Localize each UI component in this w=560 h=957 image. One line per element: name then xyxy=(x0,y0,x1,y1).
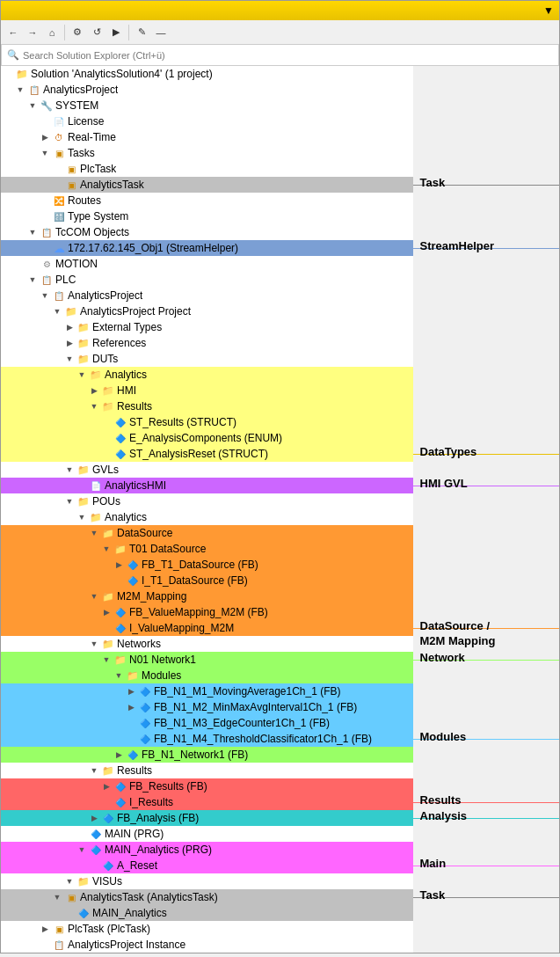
tree-item-14[interactable]: ▼📋PLC xyxy=(1,272,413,288)
window-close-icon[interactable]: ▼ xyxy=(543,4,554,17)
tree-expander[interactable]: ▼ xyxy=(112,668,126,683)
tree-expander[interactable]: ▼ xyxy=(87,399,101,413)
tree-expander[interactable]: ▶ xyxy=(87,384,101,398)
tree-item-26[interactable]: ▼📁GVLs xyxy=(1,462,413,478)
tree-item-53[interactable]: ▼▣AnalyticsTask (AnalyticsTask) xyxy=(1,889,413,905)
tree-expander[interactable]: ▶ xyxy=(62,336,76,350)
tree-expander[interactable]: ▼ xyxy=(62,352,76,366)
tree-item-51[interactable]: 🔷A_Reset xyxy=(1,858,413,873)
tree-item-23[interactable]: 🔷ST_Results (STRUCT) xyxy=(1,414,413,430)
tree-item-17[interactable]: ▶📁External Types xyxy=(1,319,413,335)
tree-expander[interactable]: ▼ xyxy=(62,874,76,888)
tree-item-54[interactable]: 🔷MAIN_Analytics xyxy=(1,905,413,921)
back-button[interactable]: ← xyxy=(4,24,22,41)
tree-expander[interactable]: ▼ xyxy=(13,83,27,97)
tree-expander[interactable]: ▼ xyxy=(50,890,64,904)
tree-expander[interactable]: ▶ xyxy=(87,811,101,825)
tree-expander[interactable]: ▶ xyxy=(124,700,138,714)
tree-item-29[interactable]: ▼📁Analytics xyxy=(1,509,413,525)
tree-item-49[interactable]: 🔷MAIN (PRG) xyxy=(1,826,413,842)
tree-item-44[interactable]: ▶🔷FB_N1_Network1 (FB) xyxy=(1,747,413,763)
tree-item-21[interactable]: ▶📁HMI xyxy=(1,383,413,398)
tree-item-16[interactable]: ▼📁AnalyticsProject Project xyxy=(1,303,413,319)
tree-expander[interactable]: ▼ xyxy=(25,99,40,113)
tree-item-30[interactable]: ▼📁DataSource xyxy=(1,525,413,541)
tree-expander[interactable]: ▼ xyxy=(87,763,101,778)
tree-expander[interactable]: ▼ xyxy=(38,146,52,160)
refresh-button[interactable]: ↺ xyxy=(88,24,105,41)
tree-expander[interactable]: ▶ xyxy=(112,558,126,572)
tree-item-47[interactable]: 🔷I_Results xyxy=(1,794,413,810)
tree-expander[interactable]: ▶ xyxy=(99,779,113,793)
tree-item-55[interactable]: ▶▣PlcTask (PlcTask) xyxy=(1,921,413,937)
tree-item-39[interactable]: ▼📁Modules xyxy=(1,668,413,683)
forward-button[interactable]: → xyxy=(24,24,41,41)
tree-item-13[interactable]: ⚙MOTION xyxy=(1,256,413,272)
tree-item-31[interactable]: ▼📁T01 DataSource xyxy=(1,541,413,557)
tree-item-42[interactable]: 🔷FB_N1_M3_EdgeCounter1Ch_1 (FB) xyxy=(1,715,413,731)
tree-expander[interactable]: ▼ xyxy=(87,589,101,603)
tree-item-52[interactable]: ▼📁VISUs xyxy=(1,873,413,889)
tree-expander[interactable]: ▼ xyxy=(75,368,89,382)
tree-item-24[interactable]: 🔷E_AnalysisComponents (ENUM) xyxy=(1,430,413,446)
tree-item-19[interactable]: ▼📁DUTs xyxy=(1,351,413,367)
tree-expander[interactable]: ▶ xyxy=(99,605,113,619)
tree-expander[interactable]: ▶ xyxy=(62,320,76,334)
tree-expander[interactable]: ▼ xyxy=(25,225,40,239)
tree-expander[interactable]: ▼ xyxy=(87,526,101,540)
tree-item-22[interactable]: ▼📁Results xyxy=(1,398,413,414)
edit-button[interactable]: ✎ xyxy=(133,24,150,41)
tree-item-32[interactable]: ▶🔷FB_T1_DataSource (FB) xyxy=(1,557,413,573)
tree-item-10[interactable]: 🔠Type System xyxy=(1,208,413,224)
tree-expander[interactable]: ▼ xyxy=(62,463,76,477)
tree-item-41[interactable]: ▶🔷FB_N1_M2_MinMaxAvgInterval1Ch_1 (FB) xyxy=(1,699,413,715)
tree-item-38[interactable]: ▼📁N01 Network1 xyxy=(1,652,413,668)
tree-expander[interactable]: ▼ xyxy=(75,843,89,857)
tree-expander[interactable]: ▼ xyxy=(99,542,113,556)
tree-item-5[interactable]: ▶⏱Real-Time xyxy=(1,129,413,145)
tree-item-27[interactable]: 📄AnalyticsHMI xyxy=(1,478,413,493)
tree-item-8[interactable]: ▣AnalyticsTask xyxy=(1,177,413,193)
tree-item-28[interactable]: ▼📁POUs xyxy=(1,493,413,509)
tree-item-46[interactable]: ▶🔷FB_Results (FB) xyxy=(1,778,413,794)
tree-expander[interactable]: ▼ xyxy=(75,510,89,524)
tree-item-4[interactable]: 📄License xyxy=(1,113,413,129)
tree-item-18[interactable]: ▶📁References xyxy=(1,335,413,351)
tree-item-50[interactable]: ▼🔷MAIN_Analytics (PRG) xyxy=(1,842,413,858)
home-button[interactable]: ⌂ xyxy=(43,24,61,41)
tree-expander[interactable]: ▼ xyxy=(25,273,40,287)
tree-item-9[interactable]: 🔀Routes xyxy=(1,193,413,208)
tree-item-43[interactable]: 🔷FB_N1_M4_ThresholdClassificator1Ch_1 (F… xyxy=(1,731,413,747)
tree-expander[interactable]: ▼ xyxy=(62,494,76,508)
tree-item-1[interactable]: 📁Solution 'AnalyticsSolution4' (1 projec… xyxy=(1,66,413,82)
tree-item-3[interactable]: ▼🔧SYSTEM xyxy=(1,98,413,113)
tree-expander[interactable]: ▼ xyxy=(50,304,64,318)
tree-item-7[interactable]: ▣PlcTask xyxy=(1,161,413,177)
tree-item-56[interactable]: 📋AnalyticsProject Instance xyxy=(1,937,413,953)
tree-item-15[interactable]: ▼📋AnalyticsProject xyxy=(1,288,413,303)
tree-item-11[interactable]: ▼📋TcCOM Objects xyxy=(1,224,413,240)
tree-expander[interactable]: ▼ xyxy=(87,637,101,651)
tree-item-25[interactable]: 🔷ST_AnalysisReset (STRUCT) xyxy=(1,446,413,462)
tree-expander[interactable]: ▶ xyxy=(112,748,126,762)
tree-item-40[interactable]: ▶🔷FB_N1_M1_MovingAverage1Ch_1 (FB) xyxy=(1,683,413,699)
tree-item-6[interactable]: ▼▣Tasks xyxy=(1,145,413,161)
tree-item-34[interactable]: ▼📁M2M_Mapping xyxy=(1,588,413,604)
tree-expander[interactable]: ▼ xyxy=(99,653,113,667)
tree-item-35[interactable]: ▶🔷FB_ValueMapping_M2M (FB) xyxy=(1,604,413,620)
tree-expander[interactable]: ▶ xyxy=(124,684,138,698)
pin-button[interactable]: — xyxy=(152,24,170,41)
tree-expander[interactable]: ▼ xyxy=(38,289,52,303)
tree-item-2[interactable]: ▼📋AnalyticsProject xyxy=(1,82,413,98)
tree-item-37[interactable]: ▼📁Networks xyxy=(1,636,413,652)
tree-item-33[interactable]: 🔷I_T1_DataSource (FB) xyxy=(1,573,413,588)
settings-button[interactable]: ⚙ xyxy=(69,24,86,41)
tree-item-12[interactable]: ☁172.17.62.145_Obj1 (StreamHelper) xyxy=(1,240,413,256)
tree-item-36[interactable]: 🔷I_ValueMapping_M2M xyxy=(1,620,413,636)
tree-item-45[interactable]: ▼📁Results xyxy=(1,763,413,778)
tree-item-20[interactable]: ▼📁Analytics xyxy=(1,367,413,383)
tree-item-48[interactable]: ▶🔷FB_Analysis (FB) xyxy=(1,810,413,826)
run-button[interactable]: ▶ xyxy=(107,24,125,41)
tree-expander[interactable]: ▶ xyxy=(38,922,52,936)
search-input[interactable] xyxy=(23,50,553,61)
